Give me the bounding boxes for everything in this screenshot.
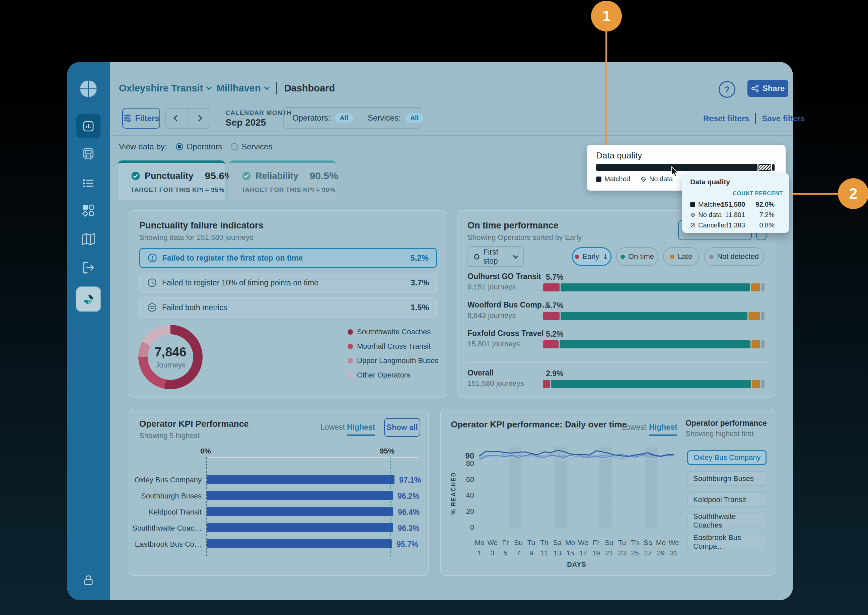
otp-row-journeys: 151,580 journeys (468, 379, 524, 388)
bar-segment-not-detected (761, 380, 765, 388)
legend-pill-on-time[interactable]: On time (616, 247, 658, 266)
sidebar-item-dashboard[interactable] (76, 114, 100, 138)
bar-segment-on-time (561, 312, 748, 320)
operators-label: Operators: (292, 113, 330, 123)
reset-filters-link[interactable]: Reset filters (703, 114, 749, 123)
calendar-month-value: Sep 2025 (225, 117, 266, 128)
operator-button-keldpool[interactable]: Keldpool Transit (687, 492, 767, 507)
radio-services[interactable]: Services (231, 142, 272, 151)
kpi-bar-value: 96.2% (397, 492, 419, 501)
tab-punctuality[interactable]: Punctuality 95.6% TARGET FOR THIS KPI = … (118, 161, 225, 200)
show-all-button[interactable]: Show all (384, 418, 420, 437)
dashboard-screenshot: Oxleyshire Transit Millhaven Dashboard ?… (0, 0, 868, 615)
panel-title: Punctuality failure indicators (139, 220, 263, 231)
otp-stacked-bar (543, 312, 765, 320)
check-circle-icon (242, 171, 251, 181)
services-all-chip[interactable]: All (405, 113, 424, 123)
toggle-lowest[interactable]: Lowest (622, 423, 646, 432)
otp-row-name: Overall (468, 368, 494, 378)
otp-row-journeys: 9,151 journeys (468, 283, 516, 292)
early-dot-icon (575, 254, 579, 259)
tooltip-percent-header: PERCENT (755, 190, 783, 197)
location-selector[interactable]: Millhaven (216, 83, 268, 94)
y-axis-label: % REACHED (450, 460, 457, 527)
legend-pill-not-detected[interactable]: Not detected (704, 247, 764, 266)
bar-segment-late (751, 340, 760, 348)
filters-button[interactable]: Filters (122, 108, 160, 129)
logout-icon (81, 260, 96, 275)
operator-button-souththwaite[interactable]: Souththwaite Coaches (687, 514, 767, 528)
daily-line-chart (480, 456, 674, 528)
legend-dot-icon (348, 373, 353, 378)
operators-all-chip[interactable]: All (335, 113, 353, 123)
matched-square-icon (690, 202, 695, 207)
y-axis-tick: 60 (458, 475, 474, 484)
sidebar-item-logout[interactable] (81, 260, 96, 275)
legend-dot-icon (348, 344, 353, 349)
view-by-label: View data by: (119, 142, 167, 151)
panel-subtitle: Showing data for 151,580 journeys (139, 233, 253, 242)
next-month-button[interactable] (188, 109, 210, 128)
otp-row-name: Oulhurst GO Transit (468, 272, 541, 281)
otp-stacked-bar (543, 380, 765, 388)
tab-reliability[interactable]: Reliability 90.5% TARGET FOR THIS KPI = … (229, 161, 336, 200)
otp-stacked-bar (543, 283, 765, 292)
x-axis-label: DAYS (480, 561, 674, 568)
sidebar-item-fleet[interactable] (81, 147, 96, 161)
bar-segment-early (543, 340, 559, 348)
sort-down-arrow-icon: ↓ (602, 253, 608, 261)
bar-segment-on-time (559, 340, 751, 348)
axis-label-target: 95% (380, 447, 394, 456)
no-data-diamond-icon (640, 176, 646, 182)
bar-chart-icon (81, 119, 95, 133)
sidebar-item-lock[interactable] (81, 573, 95, 587)
failure-row-both-metrics[interactable]: Failed both metrics 1.5% (139, 297, 437, 318)
failure-indicators-panel: Punctuality failure indicators Showing d… (129, 210, 446, 398)
panel-subtitle: Showing 5 highest (139, 431, 199, 440)
toggle-highest[interactable]: Highest (649, 423, 677, 436)
no-data-diamond-icon (690, 212, 695, 217)
x-axis-tick: We31 (665, 539, 683, 557)
toggle-highest[interactable]: Highest (347, 423, 375, 436)
kpi-plot-top-border (206, 457, 418, 458)
filter-actions: Reset filters Save filters (703, 112, 805, 125)
previous-month-button[interactable] (166, 109, 188, 128)
operator-button-eastbrook[interactable]: Eastbrook Bus Compa… (687, 535, 767, 549)
toggle-lowest[interactable]: Lowest (321, 423, 345, 432)
axis-label-zero: 0% (200, 447, 211, 456)
data-quality-title: Data quality (596, 150, 642, 161)
stop-selector-dropdown[interactable]: First stop (468, 246, 524, 267)
save-filters-link[interactable]: Save filters (762, 114, 805, 123)
failure-row-first-stop[interactable]: Failed to register the first stop on tim… (139, 248, 437, 268)
donut-legend-item: Souththwaite Coaches (348, 328, 438, 336)
otp-stacked-bar (543, 340, 765, 348)
sidebar-item-map[interactable] (81, 232, 96, 247)
data-quality-bar (596, 164, 776, 171)
legend-pill-early[interactable]: Early ↓ (572, 247, 611, 266)
sidebar-item-list[interactable] (81, 176, 96, 191)
bar-segment-late (751, 283, 760, 292)
failure-row-timing-points[interactable]: Failed to register 10% of timing points … (139, 273, 437, 293)
radio-operators[interactable]: Operators (176, 142, 222, 151)
donut-center-label: Journeys (155, 361, 185, 370)
sidebar-item-partner-app[interactable] (76, 286, 101, 312)
operator-button-southburgh[interactable]: Southburgh Buses (687, 471, 767, 486)
sidebar-item-apps[interactable] (81, 203, 96, 218)
legend-pill-late[interactable]: Late (663, 247, 699, 266)
kpi-category-label: Eastbrook Bus Co… (129, 540, 202, 549)
bar-segment-early (543, 312, 559, 320)
chevron-left-icon (173, 115, 180, 122)
tooltip-count-header: COUNT (733, 190, 753, 197)
late-dot-icon (670, 254, 675, 259)
operator-button-oxley[interactable]: Oxley Bus Company (687, 450, 767, 465)
radio-unselected-icon (231, 143, 238, 150)
org-selector[interactable]: Oxleyshire Transit (119, 83, 211, 94)
kpi-bar-value: 96.3% (398, 524, 419, 533)
filter-actions-divider (755, 113, 756, 124)
bar-segment-early (543, 283, 559, 292)
legend-no-data: No data (640, 175, 673, 183)
help-button[interactable]: ? (718, 81, 736, 98)
share-button[interactable]: Share (748, 80, 788, 97)
chevron-down-icon (206, 84, 212, 90)
panel-title: On time performance (468, 220, 559, 231)
